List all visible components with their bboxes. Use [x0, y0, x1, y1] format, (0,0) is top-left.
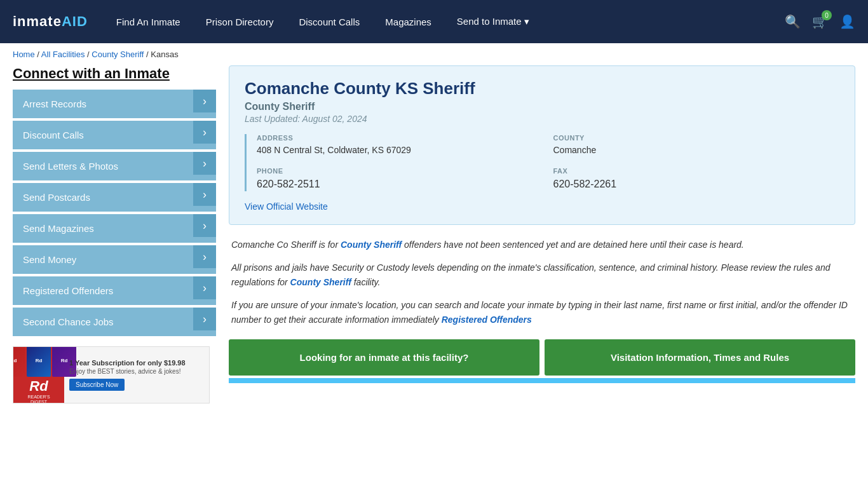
ad-img-2: Rd [27, 346, 51, 377]
nav-find-inmate[interactable]: Find An Inmate [107, 11, 190, 32]
sidebar-menu: Arrest Records › Discount Calls › Send L… [13, 90, 216, 336]
bottom-strip [229, 378, 855, 383]
sidebar-arrow-icon: › [193, 121, 216, 144]
user-icon[interactable]: 👤 [839, 14, 855, 29]
nav-magazines[interactable]: Magazines [376, 11, 441, 32]
address-label: ADDRESS [257, 134, 543, 142]
desc-p3-prefix: If you are unsure of your inmate's locat… [231, 300, 848, 324]
logo-aid: AID [62, 13, 88, 29]
site-header: inmateAID Find An Inmate Prison Director… [0, 0, 868, 43]
desc-p1-prefix: Comanche Co Sheriff is for [231, 240, 341, 250]
sidebar-item-send-money[interactable]: Send Money › [13, 245, 216, 274]
sidebar-arrow-icon: › [193, 308, 216, 330]
county-sheriff-link-1[interactable]: County Sheriff [341, 240, 402, 250]
sidebar-item-label: Second Chance Jobs [23, 316, 114, 327]
sidebar: Connect with an Inmate Arrest Records › … [13, 65, 216, 403]
sidebar-item-send-letters[interactable]: Send Letters & Photos › [13, 152, 216, 180]
address-section: ADDRESS 408 N Central St, Coldwater, KS … [257, 134, 543, 157]
ad-brand-name: READER'SDIGEST [27, 395, 50, 403]
sidebar-item-registered-offenders[interactable]: Registered Offenders › [13, 276, 216, 305]
fax-value: 620-582-2261 [553, 177, 840, 191]
facility-type: County Sheriff [245, 101, 839, 112]
sidebar-item-label: Registered Offenders [23, 285, 113, 296]
sidebar-arrow-icon: › [193, 245, 216, 268]
ad-img-1: Rd [13, 346, 25, 377]
sidebar-arrow-icon: › [193, 183, 216, 206]
desc-p2-suffix: facility. [351, 277, 381, 287]
fax-section: FAX 620-582-2261 [553, 167, 840, 191]
desc-p1-suffix: offenders have not been sentenced yet an… [402, 240, 744, 250]
desc-para-2: All prisons and jails have Security or C… [231, 261, 853, 289]
main-nav: Find An Inmate Prison Directory Discount… [107, 11, 785, 32]
search-icon[interactable]: 🔍 [785, 14, 801, 29]
header-icons: 🔍 🛒 0 👤 [785, 14, 855, 29]
phone-section: PHONE 620-582-2511 [257, 167, 543, 191]
desc-para-1: Comanche Co Sheriff is for County Sherif… [231, 238, 853, 252]
ad-rd-logo: Rd [29, 379, 48, 393]
county-value: Comanche [553, 144, 840, 157]
facility-description: Comanche Co Sheriff is for County Sherif… [229, 238, 855, 327]
sidebar-arrow-icon: › [193, 90, 216, 112]
sidebar-item-send-magazines[interactable]: Send Magazines › [13, 214, 216, 243]
nav-send-to-inmate[interactable]: Send to Inmate ▾ [447, 11, 539, 32]
sidebar-item-label: Discount Calls [23, 130, 84, 140]
county-sheriff-link-2[interactable]: County Sheriff [290, 277, 351, 287]
facility-last-updated: Last Updated: August 02, 2024 [245, 114, 839, 124]
sidebar-arrow-icon: › [193, 214, 216, 237]
sidebar-title: Connect with an Inmate [13, 65, 216, 82]
address-value: 408 N Central St, Coldwater, KS 67029 [257, 144, 543, 157]
visitation-info-button[interactable]: Visitation Information, Times and Rules [545, 339, 855, 376]
sidebar-arrow-icon: › [193, 152, 216, 175]
facility-name: Comanche County KS Sheriff [245, 79, 839, 98]
main-content: Comanche County KS Sheriff County Sherif… [229, 65, 855, 403]
county-label: COUNTY [553, 134, 840, 142]
sidebar-item-label: Arrest Records [23, 98, 86, 109]
county-section: COUNTY Comanche [553, 134, 840, 157]
sidebar-item-label: Send Magazines [23, 223, 94, 234]
registered-offenders-link[interactable]: Registered Offenders [442, 315, 532, 325]
ad-right: 1 Year Subscription for only $19.98 Enjo… [64, 347, 209, 403]
ad-inner: Rd Rd Rd Rd READER'SDIGEST 1 Year Subscr… [13, 347, 209, 403]
ad-left: Rd Rd Rd Rd READER'SDIGEST [13, 347, 64, 403]
sidebar-item-arrest-records[interactable]: Arrest Records › [13, 90, 216, 118]
nav-discount-calls[interactable]: Discount Calls [289, 11, 369, 32]
logo[interactable]: inmateAID [13, 13, 88, 30]
phone-label: PHONE [257, 167, 543, 175]
phone-value: 620-582-2511 [257, 177, 543, 191]
breadcrumb-all-facilities[interactable]: All Facilities [41, 50, 85, 59]
sidebar-item-send-postcards[interactable]: Send Postcards › [13, 183, 216, 212]
logo-text: inmateAID [13, 13, 88, 30]
facility-details: ADDRESS 408 N Central St, Coldwater, KS … [245, 134, 839, 191]
main-layout: Connect with an Inmate Arrest Records › … [0, 65, 868, 416]
official-website-link[interactable]: View Official Website [245, 201, 328, 212]
breadcrumb: Home / All Facilities / County Sheriff /… [0, 43, 868, 65]
sidebar-item-label: Send Postcards [23, 192, 90, 203]
sidebar-item-label: Send Letters & Photos [23, 161, 118, 172]
find-inmate-button[interactable]: Looking for an inmate at this facility? [229, 339, 539, 376]
cart-icon[interactable]: 🛒 0 [812, 14, 828, 29]
sidebar-item-discount-calls[interactable]: Discount Calls › [13, 121, 216, 149]
desc-para-3: If you are unsure of your inmate's locat… [231, 298, 853, 327]
sidebar-ad[interactable]: Rd Rd Rd Rd READER'SDIGEST 1 Year Subscr… [13, 346, 210, 403]
cart-badge: 0 [822, 10, 832, 20]
breadcrumb-state: Kansas [151, 50, 178, 59]
sidebar-item-second-chance-jobs[interactable]: Second Chance Jobs › [13, 308, 216, 336]
fax-label: FAX [553, 167, 840, 175]
action-buttons: Looking for an inmate at this facility? … [229, 339, 855, 376]
breadcrumb-home[interactable]: Home [13, 50, 35, 59]
nav-prison-directory[interactable]: Prison Directory [196, 11, 283, 32]
breadcrumb-county-sheriff[interactable]: County Sheriff [92, 50, 144, 59]
ad-title: 1 Year Subscription for only $19.98 [69, 359, 204, 367]
ad-subscribe-button[interactable]: Subscribe Now [69, 379, 125, 391]
facility-card: Comanche County KS Sheriff County Sherif… [229, 65, 855, 225]
sidebar-item-label: Send Money [23, 254, 76, 265]
ad-subtitle: Enjoy the BEST stories, advice & jokes! [69, 368, 204, 375]
sidebar-arrow-icon: › [193, 276, 216, 299]
